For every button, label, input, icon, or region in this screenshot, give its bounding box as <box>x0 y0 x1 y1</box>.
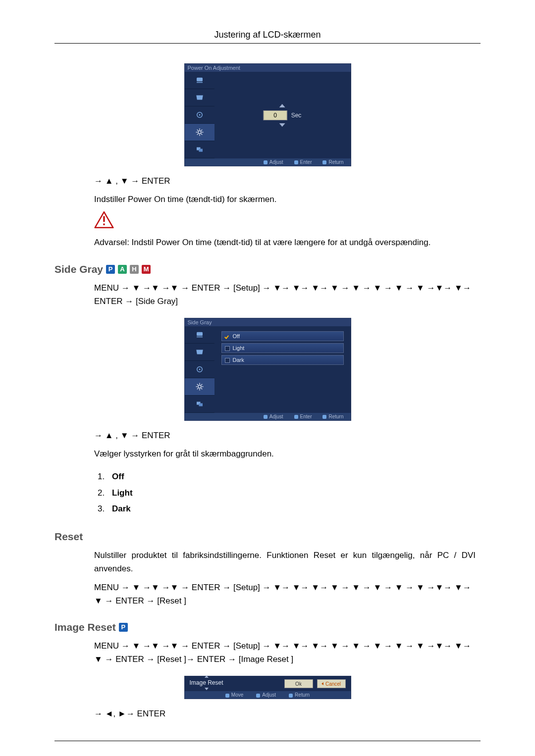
svg-rect-15 <box>103 216 105 222</box>
spinner-up-icon[interactable] <box>279 104 285 107</box>
sidenav-input-icon[interactable] <box>185 326 214 344</box>
svg-point-19 <box>199 368 200 370</box>
spinner-unit: Sec <box>291 112 302 119</box>
list-item: Off <box>112 472 124 481</box>
spinner-down-icon[interactable] <box>279 123 285 127</box>
heading-image-reset: Image Reset P <box>54 621 481 633</box>
footer-adjust: Adjust <box>264 159 283 165</box>
footer-enter: Enter <box>294 414 312 419</box>
svg-rect-13 <box>199 149 203 152</box>
image-reset-nav-line: → ◄, ►→ ENTER <box>94 707 476 720</box>
footer-adjust: Adjust <box>264 414 283 419</box>
heading-reset: Reset <box>54 531 481 543</box>
badge-p: P <box>106 265 115 274</box>
svg-rect-17 <box>197 332 203 336</box>
svg-rect-16 <box>103 224 105 225</box>
sidenav-sound-icon[interactable] <box>185 361 214 378</box>
osd-title-sidegray: Side Gray <box>185 318 351 326</box>
footer-move: Move <box>225 692 243 698</box>
svg-point-3 <box>198 131 201 134</box>
svg-line-9 <box>201 134 202 135</box>
osd-footer: Adjust Enter Return <box>185 158 351 166</box>
sidenav-setup-icon[interactable] <box>185 378 214 396</box>
side-gray-desc: Vælger lysstyrken for gråt til skærmbagg… <box>94 447 476 460</box>
osd-side-nav <box>185 72 214 158</box>
heading-side-gray: Side Gray P A H M <box>54 263 481 275</box>
badge-p: P <box>119 623 128 632</box>
check-icon <box>225 334 230 339</box>
footer-enter: Enter <box>294 159 312 165</box>
side-gray-nav-line: → ▲ , ▼ → ENTER <box>94 429 476 442</box>
sidenav-picture-icon[interactable] <box>185 89 214 106</box>
top-rule <box>54 43 481 44</box>
option-light[interactable]: Light <box>221 343 344 353</box>
badge-a: A <box>118 265 127 274</box>
ok-button[interactable]: Ok <box>284 679 313 688</box>
image-reset-path: MENU → ▼ →▼ →▼ → ENTER → [Setup] → ▼→ ▼→… <box>94 639 476 666</box>
svg-rect-30 <box>199 403 203 406</box>
dlg-title: Image Reset <box>190 679 223 688</box>
osd-title: Power On Adjustment <box>185 64 351 72</box>
svg-rect-0 <box>197 78 203 82</box>
osd-side-nav <box>185 326 214 413</box>
list-item: Dark <box>112 504 131 513</box>
svg-line-8 <box>197 130 198 131</box>
sidenav-input-icon[interactable] <box>185 72 214 89</box>
poweron-nav-line: → ▲ , ▼ → ENTER <box>94 174 476 188</box>
bottom-rule <box>54 741 481 741</box>
svg-line-25 <box>197 384 198 385</box>
list-item: Light <box>112 488 133 498</box>
sidenav-multi-icon[interactable] <box>185 141 214 158</box>
svg-line-27 <box>197 388 198 389</box>
osd-power-on: Power On Adjustment 0 Sec <box>184 63 351 166</box>
footer-return: Return <box>322 159 343 165</box>
sidenav-multi-icon[interactable] <box>185 396 214 413</box>
page-title: Justering af LCD-skærmen <box>54 30 481 40</box>
svg-point-2 <box>199 114 200 116</box>
warning-icon <box>94 211 481 231</box>
osd-footer: Adjust Enter Return <box>185 413 351 420</box>
cancel-button[interactable]: Cancel <box>317 679 346 688</box>
poweron-desc: Indstiller Power On time (tændt-tid) for… <box>94 193 476 206</box>
option-off[interactable]: Off <box>221 331 344 341</box>
reset-path: MENU → ▼ →▼ →▼ → ENTER → [Setup] → ▼→ ▼→… <box>94 581 476 607</box>
footer-return: Return <box>289 692 310 698</box>
osd-footer: Move Adjust Return <box>185 691 351 699</box>
osd-side-gray: Side Gray Off Light Dark <box>184 318 351 421</box>
osd-image-reset: Image Reset Ok Cancel Move Adjust Return <box>184 676 351 699</box>
checkbox-icon <box>225 357 230 362</box>
sidenav-sound-icon[interactable] <box>185 106 214 124</box>
badge-h: H <box>130 265 139 274</box>
footer-adjust: Adjust <box>256 692 276 698</box>
side-gray-list: Off Light Dark <box>94 469 476 517</box>
spinner-value[interactable]: 0 <box>264 110 287 120</box>
sidenav-setup-icon[interactable] <box>185 124 214 141</box>
checkbox-icon <box>225 346 230 351</box>
svg-point-20 <box>198 385 201 388</box>
sidenav-picture-icon[interactable] <box>185 344 214 361</box>
svg-line-26 <box>201 388 202 389</box>
reset-desc: Nulstiller produktet til fabriksindstill… <box>94 549 476 575</box>
svg-line-11 <box>201 130 202 131</box>
badge-m: M <box>142 265 151 274</box>
svg-line-28 <box>201 384 202 385</box>
poweron-warning: Advarsel: Indstil Power On time (tændt-t… <box>94 236 476 249</box>
footer-return: Return <box>322 414 343 419</box>
side-gray-path: MENU → ▼ →▼ →▼ → ENTER → [Setup] → ▼→ ▼→… <box>94 281 476 308</box>
option-dark[interactable]: Dark <box>221 355 344 365</box>
svg-line-10 <box>197 134 198 135</box>
